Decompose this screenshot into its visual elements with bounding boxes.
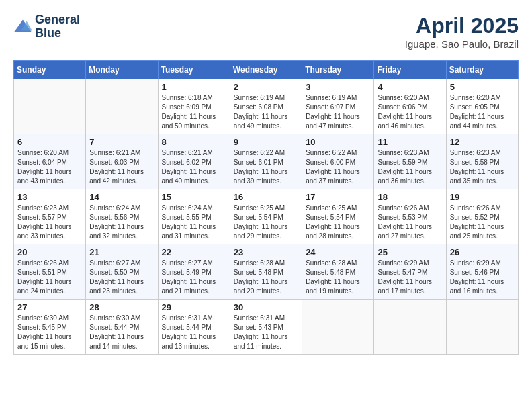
- calendar-cell: 9Sunrise: 6:22 AM Sunset: 6:01 PM Daylig…: [230, 134, 302, 189]
- weekday-header: Saturday: [446, 61, 518, 79]
- logo-text: General Blue: [35, 13, 80, 40]
- calendar-cell: 27Sunrise: 6:30 AM Sunset: 5:45 PM Dayli…: [14, 300, 86, 355]
- day-number: 10: [306, 137, 370, 147]
- day-info: Sunrise: 6:22 AM Sunset: 6:01 PM Dayligh…: [234, 148, 298, 186]
- day-info: Sunrise: 6:22 AM Sunset: 6:00 PM Dayligh…: [306, 148, 370, 186]
- day-number: 30: [234, 302, 298, 312]
- day-info: Sunrise: 6:25 AM Sunset: 5:54 PM Dayligh…: [234, 203, 298, 241]
- calendar-cell: [374, 300, 446, 355]
- day-number: 9: [234, 137, 298, 147]
- day-info: Sunrise: 6:24 AM Sunset: 5:55 PM Dayligh…: [162, 203, 226, 241]
- calendar-cell: [302, 300, 374, 355]
- calendar-cell: 5Sunrise: 6:20 AM Sunset: 6:05 PM Daylig…: [446, 79, 518, 134]
- calendar-cell: 8Sunrise: 6:21 AM Sunset: 6:02 PM Daylig…: [158, 134, 230, 189]
- weekday-header: Thursday: [302, 61, 374, 79]
- calendar-cell: 21Sunrise: 6:27 AM Sunset: 5:50 PM Dayli…: [86, 244, 158, 300]
- day-number: 16: [234, 192, 298, 202]
- location: Iguape, Sao Paulo, Brazil: [405, 38, 519, 50]
- month-title: April 2025: [405, 13, 519, 38]
- day-number: 11: [378, 137, 442, 147]
- weekday-header: Sunday: [14, 61, 86, 79]
- day-info: Sunrise: 6:28 AM Sunset: 5:48 PM Dayligh…: [306, 259, 370, 296]
- day-number: 1: [162, 82, 226, 92]
- day-info: Sunrise: 6:27 AM Sunset: 5:49 PM Dayligh…: [162, 259, 226, 296]
- day-number: 12: [450, 137, 515, 147]
- day-number: 27: [17, 302, 82, 312]
- day-number: 24: [306, 247, 370, 257]
- day-info: Sunrise: 6:26 AM Sunset: 5:51 PM Dayligh…: [17, 259, 82, 296]
- weekday-header: Wednesday: [230, 61, 302, 79]
- calendar-cell: 24Sunrise: 6:28 AM Sunset: 5:48 PM Dayli…: [302, 244, 374, 300]
- day-number: 15: [162, 192, 226, 202]
- day-number: 17: [306, 192, 370, 202]
- calendar-cell: [14, 79, 86, 134]
- day-number: 19: [450, 192, 515, 202]
- day-number: 5: [450, 82, 515, 92]
- day-number: 14: [89, 192, 154, 202]
- calendar-cell: 1Sunrise: 6:18 AM Sunset: 6:09 PM Daylig…: [158, 79, 230, 134]
- day-info: Sunrise: 6:23 AM Sunset: 5:58 PM Dayligh…: [450, 148, 515, 186]
- day-info: Sunrise: 6:25 AM Sunset: 5:54 PM Dayligh…: [306, 203, 370, 241]
- page-header: General Blue April 2025 Iguape, Sao Paul…: [13, 13, 519, 50]
- calendar-cell: 4Sunrise: 6:20 AM Sunset: 6:06 PM Daylig…: [374, 79, 446, 134]
- calendar-cell: 16Sunrise: 6:25 AM Sunset: 5:54 PM Dayli…: [230, 189, 302, 244]
- day-number: 23: [234, 247, 298, 257]
- weekday-header: Tuesday: [158, 61, 230, 79]
- weekday-header: Monday: [86, 61, 158, 79]
- calendar-cell: 6Sunrise: 6:20 AM Sunset: 6:04 PM Daylig…: [14, 134, 86, 189]
- calendar-cell: 26Sunrise: 6:29 AM Sunset: 5:46 PM Dayli…: [446, 244, 518, 300]
- day-number: 18: [378, 192, 442, 202]
- day-number: 25: [378, 247, 442, 257]
- calendar-cell: 13Sunrise: 6:23 AM Sunset: 5:57 PM Dayli…: [14, 189, 86, 244]
- day-info: Sunrise: 6:18 AM Sunset: 6:09 PM Dayligh…: [162, 93, 226, 131]
- title-block: April 2025 Iguape, Sao Paulo, Brazil: [405, 13, 519, 50]
- day-info: Sunrise: 6:19 AM Sunset: 6:07 PM Dayligh…: [306, 93, 370, 131]
- calendar-cell: 12Sunrise: 6:23 AM Sunset: 5:58 PM Dayli…: [446, 134, 518, 189]
- calendar-cell: 18Sunrise: 6:26 AM Sunset: 5:53 PM Dayli…: [374, 189, 446, 244]
- calendar-cell: 23Sunrise: 6:28 AM Sunset: 5:48 PM Dayli…: [230, 244, 302, 300]
- calendar-week-row: 1Sunrise: 6:18 AM Sunset: 6:09 PM Daylig…: [14, 79, 519, 134]
- day-info: Sunrise: 6:23 AM Sunset: 5:59 PM Dayligh…: [378, 148, 442, 186]
- day-number: 8: [162, 137, 226, 147]
- calendar-cell: 10Sunrise: 6:22 AM Sunset: 6:00 PM Dayli…: [302, 134, 374, 189]
- calendar-cell: 15Sunrise: 6:24 AM Sunset: 5:55 PM Dayli…: [158, 189, 230, 244]
- calendar-cell: 20Sunrise: 6:26 AM Sunset: 5:51 PM Dayli…: [14, 244, 86, 300]
- day-number: 13: [17, 192, 82, 202]
- day-number: 21: [89, 247, 154, 257]
- logo: General Blue: [13, 13, 80, 40]
- calendar-cell: 14Sunrise: 6:24 AM Sunset: 5:56 PM Dayli…: [86, 189, 158, 244]
- day-info: Sunrise: 6:30 AM Sunset: 5:45 PM Dayligh…: [17, 314, 82, 351]
- day-info: Sunrise: 6:21 AM Sunset: 6:02 PM Dayligh…: [162, 148, 226, 186]
- day-number: 20: [17, 247, 82, 257]
- calendar-cell: 11Sunrise: 6:23 AM Sunset: 5:59 PM Dayli…: [374, 134, 446, 189]
- day-info: Sunrise: 6:26 AM Sunset: 5:53 PM Dayligh…: [378, 203, 442, 241]
- day-info: Sunrise: 6:20 AM Sunset: 6:06 PM Dayligh…: [378, 93, 442, 131]
- day-info: Sunrise: 6:24 AM Sunset: 5:56 PM Dayligh…: [89, 203, 154, 241]
- day-info: Sunrise: 6:27 AM Sunset: 5:50 PM Dayligh…: [89, 259, 154, 296]
- day-number: 28: [89, 302, 154, 312]
- calendar-cell: 17Sunrise: 6:25 AM Sunset: 5:54 PM Dayli…: [302, 189, 374, 244]
- calendar-cell: 19Sunrise: 6:26 AM Sunset: 5:52 PM Dayli…: [446, 189, 518, 244]
- calendar-table: SundayMondayTuesdayWednesdayThursdayFrid…: [13, 60, 519, 355]
- calendar-cell: 28Sunrise: 6:30 AM Sunset: 5:44 PM Dayli…: [86, 300, 158, 355]
- day-number: 26: [450, 247, 515, 257]
- day-number: 22: [162, 247, 226, 257]
- calendar-body: 1Sunrise: 6:18 AM Sunset: 6:09 PM Daylig…: [14, 79, 519, 355]
- day-info: Sunrise: 6:29 AM Sunset: 5:47 PM Dayligh…: [378, 259, 442, 296]
- logo-icon: [13, 17, 32, 36]
- day-info: Sunrise: 6:21 AM Sunset: 6:03 PM Dayligh…: [89, 148, 154, 186]
- day-info: Sunrise: 6:31 AM Sunset: 5:44 PM Dayligh…: [162, 314, 226, 351]
- calendar-cell: 22Sunrise: 6:27 AM Sunset: 5:49 PM Dayli…: [158, 244, 230, 300]
- day-info: Sunrise: 6:28 AM Sunset: 5:48 PM Dayligh…: [234, 259, 298, 296]
- day-number: 2: [234, 82, 298, 92]
- calendar-cell: 25Sunrise: 6:29 AM Sunset: 5:47 PM Dayli…: [374, 244, 446, 300]
- day-number: 4: [378, 82, 442, 92]
- day-info: Sunrise: 6:26 AM Sunset: 5:52 PM Dayligh…: [450, 203, 515, 241]
- calendar-cell: 2Sunrise: 6:19 AM Sunset: 6:08 PM Daylig…: [230, 79, 302, 134]
- calendar-week-row: 20Sunrise: 6:26 AM Sunset: 5:51 PM Dayli…: [14, 244, 519, 300]
- weekday-header-row: SundayMondayTuesdayWednesdayThursdayFrid…: [14, 61, 519, 79]
- day-number: 29: [162, 302, 226, 312]
- calendar-week-row: 13Sunrise: 6:23 AM Sunset: 5:57 PM Dayli…: [14, 189, 519, 244]
- day-info: Sunrise: 6:30 AM Sunset: 5:44 PM Dayligh…: [89, 314, 154, 351]
- calendar-week-row: 27Sunrise: 6:30 AM Sunset: 5:45 PM Dayli…: [14, 300, 519, 355]
